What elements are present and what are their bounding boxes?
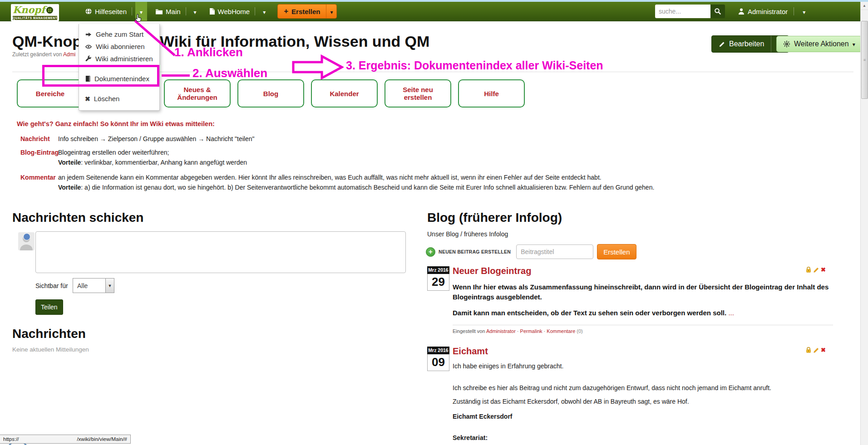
comments-link[interactable]: Kommentare: [547, 328, 575, 334]
select-caret[interactable]: ▼: [105, 279, 114, 293]
folder-icon: [155, 8, 163, 15]
x-icon: [85, 95, 90, 103]
last-modified-user-link[interactable]: Admi: [63, 51, 75, 58]
menu-item-wiki-abonnieren[interactable]: Wiki abonnieren: [79, 40, 159, 53]
create-button-label: Erstellen: [291, 8, 320, 15]
plus-circle-icon: +: [426, 247, 435, 257]
user-menu[interactable]: Administrator: [738, 2, 808, 21]
search-input[interactable]: [655, 5, 710, 18]
chevron-down-icon: [330, 8, 333, 15]
more-actions-button[interactable]: Weitere Aktionen: [776, 36, 862, 52]
lock-icon[interactable]: [805, 347, 812, 353]
author-link[interactable]: Administrator: [486, 328, 516, 334]
badge-day: 09: [427, 354, 449, 371]
last-modified: Zuletzt geändert von Admi: [12, 51, 75, 58]
wiki-logo[interactable]: Knopf QUALITÄTS MANAGEMENT: [11, 4, 59, 21]
pencil-icon: [719, 41, 725, 48]
scrollbar-up-icon[interactable]: [861, 2, 868, 10]
search-button[interactable]: [710, 5, 725, 18]
quicklink-seite-neu-erstellen[interactable]: Seite neu erstellen: [385, 79, 451, 108]
edit-pencil-icon[interactable]: [813, 267, 819, 273]
howto-text-kommentar-1: an jedem Seitenende kann ein Kommentar a…: [58, 174, 602, 181]
avatar: [18, 232, 35, 250]
annotation-step2: 2. Auswählen: [192, 66, 267, 80]
messages-empty-text: Keine aktuellen Mitteilungen: [12, 346, 89, 353]
blog-create-row: + NEUEN BEITRAG ERSTELLEN Erstellen: [426, 244, 636, 259]
annotation-step1: 1. Anklicken: [174, 45, 243, 59]
user-icon: [738, 8, 745, 15]
chevron-down-icon: [803, 8, 805, 15]
delete-x-icon[interactable]: [821, 267, 826, 273]
message-input[interactable]: [35, 231, 406, 273]
read-more-link[interactable]: ...: [728, 309, 734, 317]
file-icon: [209, 8, 215, 15]
entry-paragraph: Damit kann man entscheiden, ob der Text …: [453, 308, 833, 318]
hand-cursor-icon: [134, 13, 144, 26]
status-url-suffix: /xwiki/bin/view/Main/#: [77, 436, 127, 442]
badge-day: 29: [427, 274, 449, 291]
delete-x-icon[interactable]: [821, 347, 826, 353]
quicklink-blog[interactable]: Blog: [237, 79, 304, 108]
blog-heading: Blog (früherer Infolog): [427, 210, 562, 225]
howto-label-nachricht: Nachricht: [20, 135, 50, 142]
nav-item-webhome[interactable]: WebHome: [207, 2, 252, 21]
navbar-links: Hilfeseiten Main WebHome + Erstellen: [83, 2, 337, 21]
quicklink-kalender[interactable]: Kalender: [311, 79, 378, 108]
avatar-badge-icon: [23, 233, 30, 240]
lock-icon[interactable]: [805, 266, 812, 273]
date-badge: Mrz 2016 09: [427, 347, 449, 371]
webhome-menu-caret[interactable]: [258, 2, 270, 21]
arrow-right-icon: [85, 31, 92, 38]
quicklink-neues-aenderungen[interactable]: Neues & Änderungen: [164, 79, 231, 108]
main-menu-caret[interactable]: [189, 2, 201, 21]
menu-item-loeschen[interactable]: Löschen: [79, 93, 159, 105]
blog-entry: Mrz 2016 09 Eichamt Ich habe einiges in …: [422, 346, 833, 445]
annotation-highlight-box: [42, 65, 159, 87]
quicklink-hilfe[interactable]: Hilfe: [458, 79, 525, 108]
globe-icon: [85, 8, 92, 15]
blog-create-label: NEUEN BEITRAG ERSTELLEN: [439, 249, 511, 254]
visibility-label: Sichtbar für: [35, 282, 68, 289]
entry-paragraph: Ich habe einiges in Erfahrung gebracht.: [453, 362, 833, 371]
entry-title[interactable]: Eichamt: [453, 346, 833, 357]
edit-button-label: Bearbeiten: [729, 40, 764, 48]
date-badge: Mrz 2016 29: [427, 266, 449, 291]
logo-wordmark: Knopf: [13, 5, 45, 15]
user-menu-caret[interactable]: [800, 2, 808, 21]
nav-divider: [255, 7, 255, 15]
blog-create-button[interactable]: Erstellen: [597, 244, 636, 259]
create-split-button: + Erstellen: [277, 4, 337, 19]
howto-text-blog-eintrag-1: Blogeintrag erstellen oder weiterführen;: [58, 149, 169, 156]
entry-paragraph: Ich schreibe es hier als Beitrag und nic…: [453, 384, 833, 393]
create-menu-caret[interactable]: [326, 5, 336, 18]
nav-item-label: Main: [166, 8, 181, 15]
entry-actions: [805, 266, 826, 273]
messages-list-heading: Nachrichten: [12, 327, 86, 341]
scrollbar-thumb[interactable]: [861, 21, 868, 99]
menu-item-wiki-administrieren[interactable]: Wiki administrieren: [79, 53, 159, 65]
howto-label-kommentar: Kommentar: [20, 174, 56, 181]
logo-subtitle: QUALITÄTS MANAGEMENT: [13, 16, 57, 20]
edit-button[interactable]: Bearbeiten: [712, 36, 771, 52]
chevron-down-icon: [263, 8, 266, 15]
create-button[interactable]: + Erstellen: [278, 5, 326, 18]
vertical-scrollbar[interactable]: [860, 2, 868, 445]
permalink-link[interactable]: Permalink: [520, 328, 542, 334]
nav-item-main[interactable]: Main: [153, 2, 182, 21]
howto-text-blog-eintrag-2: Vorteile: verlinkbar, kommentierbar, Anh…: [58, 159, 247, 166]
wrench-icon: [85, 55, 92, 62]
blog-title-input[interactable]: [516, 245, 593, 259]
nav-item-hilfeseiten[interactable]: Hilfeseiten: [83, 2, 128, 21]
entry-title[interactable]: Neuer Blogeintrag: [453, 265, 833, 276]
annotation-line-step2: [162, 74, 190, 77]
page-title: QM-Knopf: [12, 33, 87, 50]
eye-icon: [85, 44, 92, 50]
nav-divider: [186, 7, 186, 15]
nav-divider: [132, 7, 132, 15]
edit-pencil-icon[interactable]: [813, 347, 819, 353]
howto-intro: Wie geht's? Ganz einfach! So könnt Ihr i…: [17, 120, 215, 127]
entry-paragraph: Zuständig ist das Eichamt Eckersdorf, ob…: [453, 397, 833, 406]
visibility-select[interactable]: Alle ▼: [73, 278, 114, 293]
share-button[interactable]: Teilen: [35, 299, 63, 315]
plus-icon: +: [284, 7, 288, 16]
